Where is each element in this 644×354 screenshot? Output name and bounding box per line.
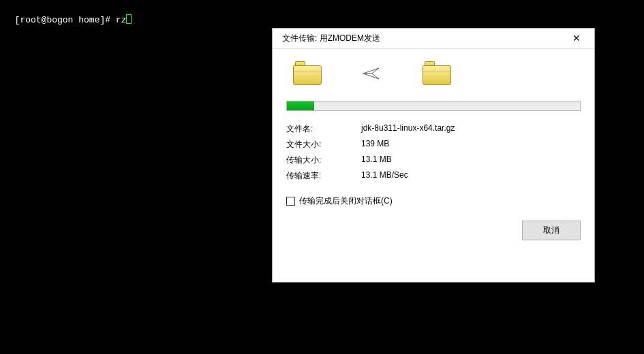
button-row: 取消 bbox=[286, 221, 581, 240]
transfer-progress-bar bbox=[286, 101, 581, 111]
paper-plane-icon bbox=[363, 67, 382, 80]
close-on-complete-checkbox[interactable]: 传输完成后关闭对话框(C) bbox=[286, 195, 581, 207]
filesize-label: 文件大小: bbox=[286, 139, 361, 150]
filename-label: 文件名: bbox=[286, 123, 361, 135]
checkbox-label: 传输完成后关闭对话框(C) bbox=[299, 195, 393, 207]
progress-fill bbox=[287, 101, 314, 110]
terminal-cursor bbox=[126, 14, 132, 24]
transfer-icon-row bbox=[286, 59, 581, 101]
dialog-titlebar[interactable]: 文件传输: 用ZMODEM发送 ✕ bbox=[273, 29, 594, 49]
rate-label: 传输速率: bbox=[286, 170, 361, 182]
folder-source-icon bbox=[293, 61, 322, 86]
transfer-info: 文件名: jdk-8u311-linux-x64.tar.gz 文件大小: 13… bbox=[286, 123, 581, 182]
zmodem-transfer-dialog: 文件传输: 用ZMODEM发送 ✕ 文件名: jdk-8u311-linux-x… bbox=[272, 28, 595, 283]
filename-value: jdk-8u311-linux-x64.tar.gz bbox=[361, 123, 581, 135]
checkbox-icon bbox=[286, 197, 295, 206]
close-icon: ✕ bbox=[572, 33, 581, 44]
transferred-label: 传输大小: bbox=[286, 155, 361, 166]
transferred-value: 13.1 MB bbox=[361, 155, 581, 166]
terminal-line: [root@bogon home]# rz bbox=[4, 4, 132, 25]
dialog-title: 文件传输: 用ZMODEM发送 bbox=[282, 33, 380, 44]
terminal-prompt: [root@bogon home]# bbox=[15, 15, 116, 25]
dialog-body: 文件名: jdk-8u311-linux-x64.tar.gz 文件大小: 13… bbox=[273, 49, 594, 250]
rate-value: 13.1 MB/Sec bbox=[361, 170, 581, 182]
terminal-command: rz bbox=[116, 15, 127, 25]
close-button[interactable]: ✕ bbox=[563, 29, 590, 48]
folder-dest-icon bbox=[423, 61, 451, 86]
cancel-button[interactable]: 取消 bbox=[522, 221, 581, 240]
filesize-value: 139 MB bbox=[361, 139, 581, 150]
